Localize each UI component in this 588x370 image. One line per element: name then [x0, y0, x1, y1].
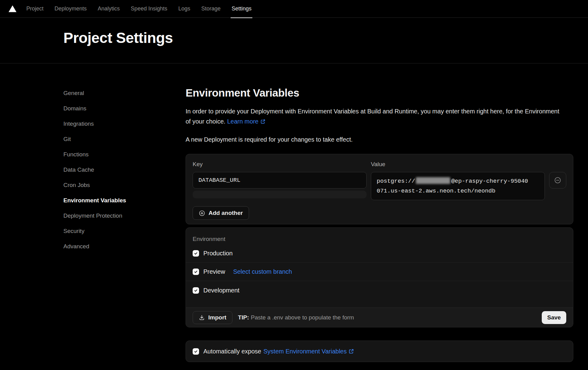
sidebar-item-advanced[interactable]: Advanced [63, 239, 186, 254]
value-input[interactable]: postgres://@ep-raspy-cherry-95040071.us-… [371, 172, 545, 200]
sidebar-item-git[interactable]: Git [63, 132, 186, 147]
environment-option-label: Production [203, 250, 233, 257]
nav-tab-speed-insights[interactable]: Speed Insights [131, 0, 167, 18]
checkmark-icon [194, 349, 198, 353]
value-suffix-line1: @ep-raspy-cherry-95040 [451, 178, 528, 185]
checkbox-auto-expose[interactable] [193, 348, 199, 355]
sidebar-item-cron-jobs[interactable]: Cron Jobs [63, 177, 186, 193]
page-header: Project Settings [0, 18, 588, 63]
checkbox-development[interactable] [193, 287, 199, 294]
add-another-button[interactable]: Add another [193, 206, 249, 220]
environment-variables-section: Environment Variables In order to provid… [186, 86, 573, 362]
sidebar-item-data-cache[interactable]: Data Cache [63, 162, 186, 177]
auto-expose-label: Automatically expose [203, 348, 261, 355]
environment-options: Production Preview Select custom branch … [186, 244, 573, 307]
download-icon [199, 315, 205, 321]
add-another-label: Add another [209, 210, 243, 216]
section-title: Environment Variables [186, 87, 573, 99]
checkmark-icon [194, 270, 198, 274]
sidebar-item-functions[interactable]: Functions [63, 147, 186, 162]
save-button[interactable]: Save [542, 311, 566, 324]
nav-tab-settings[interactable]: Settings [232, 0, 251, 18]
settings-sidebar: General Domains Integrations Git Functio… [63, 86, 186, 362]
env-var-form-card: Key Value DATABASE_URL postgres://@ep-ra… [186, 154, 573, 224]
key-row-shadow [193, 191, 367, 198]
description-line1: In order to provide your Deployment with… [186, 108, 559, 115]
environment-scope-card: Environment Production Preview Select cu… [186, 227, 573, 327]
external-link-icon [260, 119, 266, 124]
description-line2: of your choice. [186, 118, 225, 125]
value-suffix-line2: 071.us-east-2.aws.neon.tech/neondb [377, 188, 496, 194]
external-link-icon [349, 349, 354, 354]
checkmark-icon [194, 251, 198, 255]
form-footer: Import TIP:Paste a .env above to populat… [186, 307, 573, 327]
vercel-logo[interactable] [9, 5, 17, 12]
checkbox-preview[interactable] [193, 269, 199, 275]
redacted-secret [416, 177, 450, 184]
import-button[interactable]: Import [193, 311, 232, 324]
nav-tab-analytics[interactable]: Analytics [98, 0, 120, 18]
nav-tab-project[interactable]: Project [26, 0, 43, 18]
value-label: Value [371, 161, 545, 168]
sidebar-item-general[interactable]: General [63, 86, 186, 101]
environment-option-label: Development [203, 287, 239, 294]
sidebar-item-security[interactable]: Security [63, 223, 186, 239]
deployment-note: A new Deployment is required for your ch… [186, 135, 573, 145]
learn-more-link[interactable]: Learn more [227, 118, 266, 125]
vercel-triangle-icon [9, 5, 17, 12]
environment-label: Environment [186, 228, 573, 242]
select-custom-branch-link[interactable]: Select custom branch [233, 268, 292, 275]
sidebar-item-deployment-protection[interactable]: Deployment Protection [63, 208, 186, 223]
remove-row-button[interactable] [549, 172, 566, 189]
import-label: Import [208, 314, 226, 321]
environment-option-label: Preview [203, 268, 225, 275]
system-env-vars-link[interactable]: System Environment Variables [263, 348, 354, 355]
nav-tab-logs[interactable]: Logs [178, 0, 190, 18]
checkmark-icon [194, 288, 198, 292]
key-input[interactable]: DATABASE_URL [193, 172, 367, 189]
section-description: In order to provide your Deployment with… [186, 106, 573, 127]
environment-row-preview[interactable]: Preview Select custom branch [186, 263, 573, 281]
tip-text: Paste a .env above to populate the form [251, 314, 354, 321]
key-label: Key [193, 161, 367, 168]
nav-tab-deployments[interactable]: Deployments [55, 0, 87, 18]
environment-row-production[interactable]: Production [186, 244, 573, 263]
tip-prefix: TIP: [238, 314, 249, 321]
environment-row-development[interactable]: Development [186, 281, 573, 299]
sidebar-item-environment-variables[interactable]: Environment Variables [63, 193, 186, 208]
plus-circle-icon [199, 210, 205, 216]
nav-tab-storage[interactable]: Storage [201, 0, 221, 18]
sidebar-item-domains[interactable]: Domains [63, 101, 186, 116]
checkbox-production[interactable] [193, 250, 199, 257]
sidebar-item-integrations[interactable]: Integrations [63, 116, 186, 132]
minus-circle-icon [554, 177, 561, 184]
top-navbar: Project Deployments Analytics Speed Insi… [0, 0, 588, 18]
env-tip: TIP:Paste a .env above to populate the f… [238, 314, 354, 321]
auto-expose-card: Automatically expose System Environment … [186, 341, 573, 362]
value-prefix: postgres:// [377, 178, 415, 185]
page-title: Project Settings [63, 29, 173, 46]
